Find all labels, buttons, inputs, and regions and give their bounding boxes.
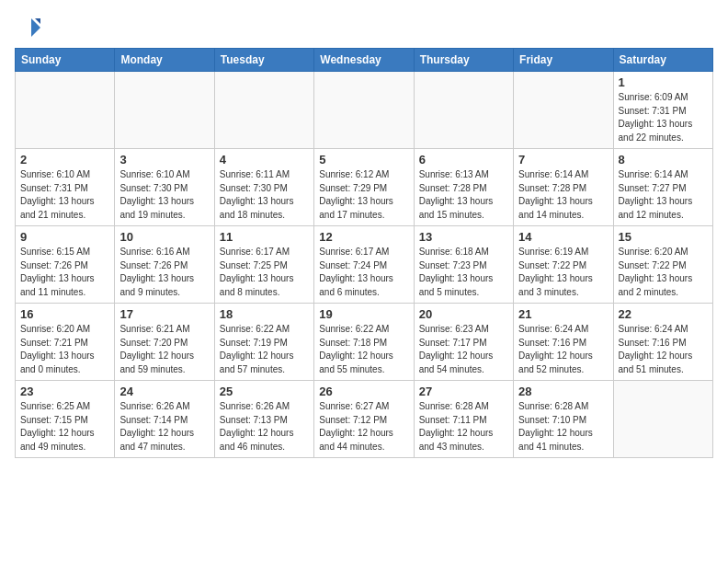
calendar-cell: 22Sunrise: 6:24 AM Sunset: 7:16 PM Dayli… [613, 304, 712, 381]
calendar-cell: 26Sunrise: 6:27 AM Sunset: 7:12 PM Dayli… [314, 381, 414, 458]
calendar-cell [514, 72, 613, 149]
calendar-week-3: 9Sunrise: 6:15 AM Sunset: 7:26 PM Daylig… [16, 226, 713, 304]
calendar-cell: 3Sunrise: 6:10 AM Sunset: 7:30 PM Daylig… [115, 149, 214, 226]
day-info: Sunrise: 6:24 AM Sunset: 7:16 PM Dayligh… [518, 323, 608, 376]
day-number: 8 [619, 153, 708, 167]
calendar-cell [314, 72, 414, 149]
logo [15, 15, 44, 40]
day-info: Sunrise: 6:13 AM Sunset: 7:28 PM Dayligh… [419, 168, 508, 222]
day-info: Sunrise: 6:25 AM Sunset: 7:15 PM Dayligh… [20, 400, 109, 454]
day-number: 9 [20, 230, 109, 244]
calendar-cell [214, 72, 313, 149]
day-number: 28 [518, 385, 608, 398]
calendar-cell [613, 381, 712, 458]
calendar-cell: 18Sunrise: 6:22 AM Sunset: 7:19 PM Dayli… [214, 304, 313, 381]
calendar-cell: 17Sunrise: 6:21 AM Sunset: 7:20 PM Dayli… [115, 304, 214, 381]
day-info: Sunrise: 6:24 AM Sunset: 7:16 PM Dayligh… [619, 323, 708, 376]
day-number: 4 [220, 153, 309, 167]
day-number: 14 [518, 230, 608, 244]
calendar-cell: 6Sunrise: 6:13 AM Sunset: 7:28 PM Daylig… [414, 149, 513, 226]
calendar-cell: 15Sunrise: 6:20 AM Sunset: 7:22 PM Dayli… [613, 226, 712, 304]
calendar-cell: 9Sunrise: 6:15 AM Sunset: 7:26 PM Daylig… [16, 226, 115, 304]
day-info: Sunrise: 6:21 AM Sunset: 7:20 PM Dayligh… [119, 323, 209, 376]
day-number: 25 [220, 385, 309, 398]
day-info: Sunrise: 6:14 AM Sunset: 7:27 PM Dayligh… [619, 168, 708, 222]
calendar-cell: 27Sunrise: 6:28 AM Sunset: 7:11 PM Dayli… [414, 381, 513, 458]
weekday-header-tuesday: Tuesday [214, 49, 313, 72]
calendar-week-1: 1Sunrise: 6:09 AM Sunset: 7:31 PM Daylig… [16, 72, 713, 149]
day-number: 6 [419, 153, 508, 167]
day-info: Sunrise: 6:27 AM Sunset: 7:12 PM Dayligh… [319, 400, 408, 454]
weekday-header-wednesday: Wednesday [314, 49, 414, 72]
day-number: 13 [419, 230, 508, 244]
day-info: Sunrise: 6:14 AM Sunset: 7:28 PM Dayligh… [518, 168, 608, 222]
calendar-cell: 16Sunrise: 6:20 AM Sunset: 7:21 PM Dayli… [16, 304, 115, 381]
day-info: Sunrise: 6:12 AM Sunset: 7:29 PM Dayligh… [319, 168, 408, 222]
day-number: 12 [319, 230, 408, 244]
calendar-cell [414, 72, 513, 149]
day-number: 21 [518, 307, 608, 321]
day-number: 19 [319, 307, 408, 321]
day-info: Sunrise: 6:09 AM Sunset: 7:31 PM Dayligh… [619, 91, 708, 144]
day-info: Sunrise: 6:20 AM Sunset: 7:22 PM Dayligh… [619, 246, 708, 299]
calendar-week-5: 23Sunrise: 6:25 AM Sunset: 7:15 PM Dayli… [16, 381, 713, 458]
calendar-cell: 21Sunrise: 6:24 AM Sunset: 7:16 PM Dayli… [514, 304, 613, 381]
day-number: 20 [419, 307, 508, 321]
calendar-cell: 20Sunrise: 6:23 AM Sunset: 7:17 PM Dayli… [414, 304, 513, 381]
day-info: Sunrise: 6:23 AM Sunset: 7:17 PM Dayligh… [419, 323, 508, 376]
weekday-header-thursday: Thursday [414, 49, 513, 72]
day-number: 23 [20, 385, 109, 398]
calendar-cell: 24Sunrise: 6:26 AM Sunset: 7:14 PM Dayli… [115, 381, 214, 458]
weekday-header-monday: Monday [115, 49, 214, 72]
day-number: 17 [119, 307, 209, 321]
calendar-cell [115, 72, 214, 149]
calendar-table: SundayMondayTuesdayWednesdayThursdayFrid… [15, 48, 713, 458]
day-info: Sunrise: 6:17 AM Sunset: 7:25 PM Dayligh… [220, 246, 309, 299]
day-info: Sunrise: 6:22 AM Sunset: 7:19 PM Dayligh… [220, 323, 309, 376]
day-info: Sunrise: 6:15 AM Sunset: 7:26 PM Dayligh… [20, 246, 109, 299]
calendar-header-row: SundayMondayTuesdayWednesdayThursdayFrid… [16, 49, 713, 72]
calendar-cell [16, 72, 115, 149]
calendar-cell: 8Sunrise: 6:14 AM Sunset: 7:27 PM Daylig… [613, 149, 712, 226]
calendar-cell: 11Sunrise: 6:17 AM Sunset: 7:25 PM Dayli… [214, 226, 313, 304]
day-info: Sunrise: 6:10 AM Sunset: 7:31 PM Dayligh… [20, 168, 109, 222]
calendar-cell: 13Sunrise: 6:18 AM Sunset: 7:23 PM Dayli… [414, 226, 513, 304]
day-number: 5 [319, 153, 408, 167]
day-number: 15 [619, 230, 708, 244]
day-number: 3 [119, 153, 209, 167]
calendar-cell: 10Sunrise: 6:16 AM Sunset: 7:26 PM Dayli… [115, 226, 214, 304]
day-number: 11 [220, 230, 309, 244]
weekday-header-friday: Friday [514, 49, 613, 72]
calendar-cell: 7Sunrise: 6:14 AM Sunset: 7:28 PM Daylig… [514, 149, 613, 226]
day-info: Sunrise: 6:18 AM Sunset: 7:23 PM Dayligh… [419, 246, 508, 299]
calendar-cell: 28Sunrise: 6:28 AM Sunset: 7:10 PM Dayli… [514, 381, 613, 458]
calendar-cell: 5Sunrise: 6:12 AM Sunset: 7:29 PM Daylig… [314, 149, 414, 226]
day-info: Sunrise: 6:26 AM Sunset: 7:14 PM Dayligh… [119, 400, 209, 454]
calendar-week-4: 16Sunrise: 6:20 AM Sunset: 7:21 PM Dayli… [16, 304, 713, 381]
calendar-cell: 14Sunrise: 6:19 AM Sunset: 7:22 PM Dayli… [514, 226, 613, 304]
day-info: Sunrise: 6:17 AM Sunset: 7:24 PM Dayligh… [319, 246, 408, 299]
weekday-header-saturday: Saturday [613, 49, 712, 72]
day-number: 10 [119, 230, 209, 244]
day-info: Sunrise: 6:16 AM Sunset: 7:26 PM Dayligh… [119, 246, 209, 299]
day-number: 27 [419, 385, 508, 398]
calendar-cell: 12Sunrise: 6:17 AM Sunset: 7:24 PM Dayli… [314, 226, 414, 304]
day-number: 16 [20, 307, 109, 321]
day-number: 22 [619, 307, 708, 321]
weekday-header-sunday: Sunday [16, 49, 115, 72]
day-info: Sunrise: 6:26 AM Sunset: 7:13 PM Dayligh… [220, 400, 309, 454]
day-info: Sunrise: 6:11 AM Sunset: 7:30 PM Dayligh… [220, 168, 309, 222]
day-info: Sunrise: 6:20 AM Sunset: 7:21 PM Dayligh… [20, 323, 109, 376]
calendar-cell: 2Sunrise: 6:10 AM Sunset: 7:31 PM Daylig… [16, 149, 115, 226]
calendar-cell: 25Sunrise: 6:26 AM Sunset: 7:13 PM Dayli… [214, 381, 313, 458]
calendar-cell: 23Sunrise: 6:25 AM Sunset: 7:15 PM Dayli… [16, 381, 115, 458]
day-number: 24 [119, 385, 209, 398]
day-number: 7 [518, 153, 608, 167]
calendar-week-2: 2Sunrise: 6:10 AM Sunset: 7:31 PM Daylig… [16, 149, 713, 226]
calendar-cell: 4Sunrise: 6:11 AM Sunset: 7:30 PM Daylig… [214, 149, 313, 226]
day-number: 26 [319, 385, 408, 398]
day-number: 2 [20, 153, 109, 167]
day-number: 1 [619, 75, 708, 89]
day-info: Sunrise: 6:19 AM Sunset: 7:22 PM Dayligh… [518, 246, 608, 299]
day-number: 18 [220, 307, 309, 321]
